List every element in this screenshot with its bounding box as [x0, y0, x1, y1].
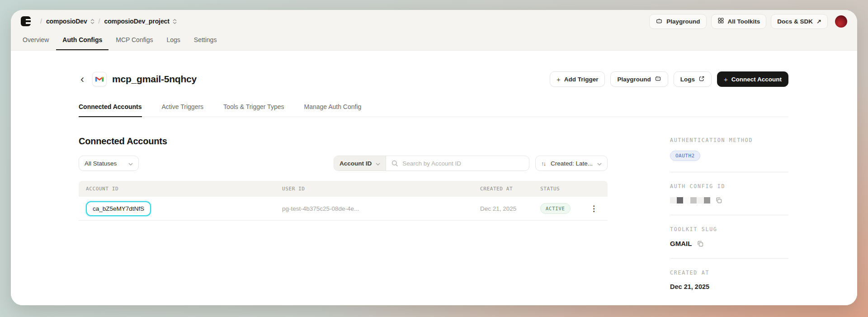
all-toolkits-button[interactable]: All Toolkits	[711, 14, 767, 29]
divider	[670, 215, 788, 215]
external-link-icon	[698, 76, 705, 83]
section-heading: Connected Accounts	[79, 136, 608, 147]
robot-icon	[655, 75, 661, 83]
connected-accounts-panel: Connected Accounts All Statuses Account …	[79, 136, 608, 290]
created-at-label: CREATED AT	[670, 270, 788, 276]
chevron-down-icon	[128, 160, 133, 167]
playground-button[interactable]: Playground	[649, 14, 706, 29]
sort-arrows-icon: ↑↓	[541, 160, 545, 167]
gmail-icon	[92, 72, 107, 86]
playground-button-label: Playground	[666, 18, 700, 25]
org-switcher-icon[interactable]	[90, 19, 94, 24]
column-header-status: STATUS	[540, 186, 608, 192]
auth-config-sub-tabs: Connected Accounts Active Triggers Tools…	[79, 103, 788, 117]
tab-settings[interactable]: Settings	[188, 31, 223, 50]
sort-value: Created: Late...	[551, 160, 593, 167]
created-at-value: Dec 21, 2025	[670, 283, 788, 290]
auth-config-id-label: AUTH CONFIG ID	[670, 183, 788, 189]
tab-mcp-configs[interactable]: MCP Configs	[109, 31, 159, 50]
breadcrumb-project[interactable]: composioDev_project	[104, 18, 169, 25]
row-menu-icon[interactable]: ⋮	[590, 204, 598, 213]
topbar: / composioDev / composioDev_project	[11, 10, 857, 31]
back-button[interactable]: ‹	[79, 74, 86, 85]
user-avatar[interactable]	[835, 15, 847, 28]
account-id-value[interactable]: ca_bZ5eMY7dtNfS	[86, 201, 151, 216]
plus-icon: +	[724, 76, 728, 83]
project-nav-tabs: Overview Auth Configs MCP Configs Logs S…	[11, 31, 857, 50]
search-field-value: Account ID	[340, 160, 372, 167]
table-header-row: ACCOUNT ID USER ID CREATED AT STATUS	[79, 181, 608, 197]
auth-method-label: AUTHENTICATION METHOD	[670, 137, 788, 143]
chevron-down-icon	[376, 160, 380, 167]
sort-select[interactable]: ↑↓ Created: Late...	[535, 156, 608, 171]
composio-logo-icon[interactable]	[21, 16, 31, 26]
user-id-value: pg-test-4b375c25-08de-4e...	[282, 205, 480, 212]
add-trigger-button-label: Add Trigger	[564, 76, 599, 83]
auth-config-id-redacted	[670, 197, 788, 204]
tab-logs[interactable]: Logs	[160, 31, 186, 50]
plus-icon: +	[557, 76, 561, 83]
page-content: ‹ mcp_gmail-5nqhcy + Add Trigger Playgro…	[11, 51, 857, 305]
search-group: Account ID	[334, 156, 529, 171]
divider	[670, 258, 788, 259]
copy-icon[interactable]	[715, 197, 722, 204]
playground-link-button[interactable]: Playground	[610, 71, 668, 87]
column-header-created-at: CREATED AT	[480, 186, 540, 192]
chevron-down-icon	[597, 160, 602, 167]
docs-sdk-button-label: Docs & SDK	[777, 18, 813, 25]
page-title: mcp_gmail-5nqhcy	[112, 74, 197, 85]
search-input[interactable]	[386, 156, 529, 170]
project-switcher-icon[interactable]	[173, 19, 177, 24]
details-panel: AUTHENTICATION METHOD OAUTH2 AUTH CONFIG…	[670, 136, 788, 290]
filter-row: All Statuses Account ID	[79, 156, 608, 171]
external-arrow-icon: ↗	[816, 18, 821, 25]
status-filter-select[interactable]: All Statuses	[79, 156, 139, 171]
connected-accounts-table: ACCOUNT ID USER ID CREATED AT STATUS ca_…	[79, 181, 608, 221]
toolkit-slug-label: TOOLKIT SLUG	[670, 226, 788, 232]
playground-link-button-label: Playground	[617, 76, 651, 83]
subtab-tools-trigger-types[interactable]: Tools & Trigger Types	[223, 103, 284, 117]
docs-sdk-button[interactable]: Docs & SDK ↗	[771, 14, 828, 29]
status-filter-value: All Statuses	[85, 160, 117, 167]
breadcrumb-separator: /	[99, 18, 100, 25]
auth-method-badge: OAUTH2	[670, 151, 700, 161]
created-at-value: Dec 21, 2025	[480, 205, 540, 212]
add-trigger-button[interactable]: + Add Trigger	[550, 71, 605, 87]
table-row[interactable]: ca_bZ5eMY7dtNfS pg-test-4b375c25-08de-4e…	[79, 197, 608, 221]
page-title-row: ‹ mcp_gmail-5nqhcy + Add Trigger Playgro…	[79, 71, 788, 87]
connect-account-button-label: Connect Account	[731, 76, 782, 83]
logs-button[interactable]: Logs	[674, 71, 712, 87]
status-badge: ACTIVE	[540, 203, 571, 214]
connect-account-button[interactable]: + Connect Account	[717, 71, 788, 87]
search-field-select[interactable]: Account ID	[334, 156, 386, 170]
logs-button-label: Logs	[680, 76, 695, 83]
robot-icon	[656, 17, 663, 26]
divider	[670, 172, 788, 172]
breadcrumb-separator: /	[40, 18, 42, 25]
column-header-account-id: ACCOUNT ID	[79, 186, 282, 192]
breadcrumb-org[interactable]: composioDev	[46, 18, 87, 25]
grid-icon	[717, 17, 724, 25]
all-toolkits-button-label: All Toolkits	[728, 18, 760, 25]
tab-overview[interactable]: Overview	[16, 31, 55, 50]
app-header: / composioDev / composioDev_project	[11, 10, 857, 51]
toolkit-slug-value: GMAIL	[670, 240, 692, 247]
subtab-connected-accounts[interactable]: Connected Accounts	[79, 103, 142, 117]
column-header-user-id: USER ID	[282, 186, 480, 192]
page-actions: + Add Trigger Playground Logs	[550, 71, 788, 87]
subtab-manage-auth-config[interactable]: Manage Auth Config	[304, 103, 361, 117]
tab-auth-configs[interactable]: Auth Configs	[56, 31, 108, 50]
copy-icon[interactable]	[697, 240, 704, 247]
app-window: / composioDev / composioDev_project	[11, 10, 857, 305]
subtab-active-triggers[interactable]: Active Triggers	[162, 103, 204, 117]
